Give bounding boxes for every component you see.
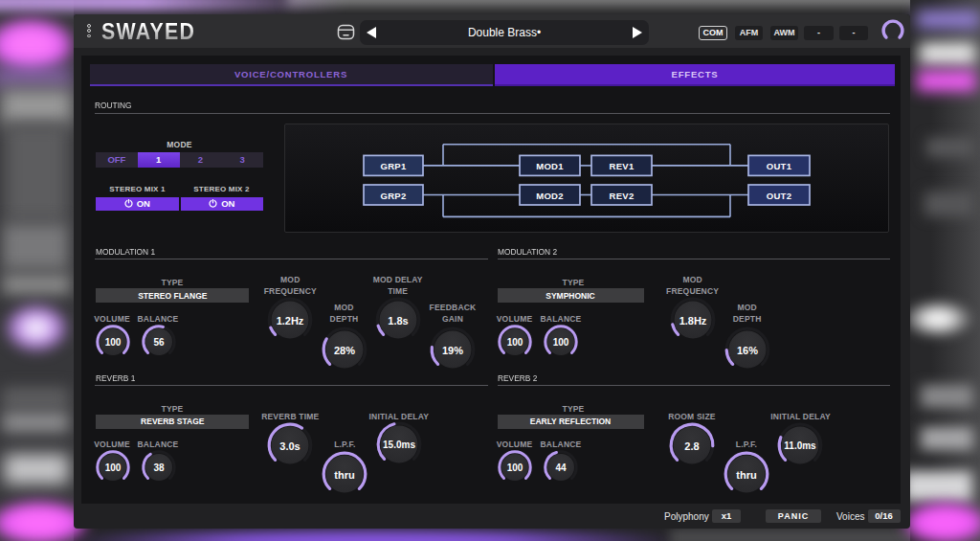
svg-text:11.0ms: 11.0ms [784,440,816,451]
svg-text:19%: 19% [442,344,463,355]
svg-text:GRP2: GRP2 [380,190,406,200]
svg-text:MOD1: MOD1 [536,160,564,170]
svg-text:100: 100 [553,337,569,348]
svg-text:1.8s: 1.8s [388,314,408,326]
svg-text:OUT2: OUT2 [766,190,791,200]
svg-text:thru: thru [736,468,756,480]
svg-text:3.0s: 3.0s [279,440,300,452]
svg-text:GRP1: GRP1 [380,160,406,170]
svg-text:2.8: 2.8 [684,440,699,451]
svg-text:28%: 28% [333,344,354,355]
svg-text:1.2Hz: 1.2Hz [277,314,304,326]
svg-text:1.8Hz: 1.8Hz [679,315,706,327]
svg-text:15.0ms: 15.0ms [383,440,415,450]
svg-text:MOD2: MOD2 [536,190,564,200]
svg-text:REV1: REV1 [609,160,634,170]
svg-text:100: 100 [507,337,523,348]
svg-text:REV2: REV2 [609,190,634,200]
svg-text:56: 56 [153,337,165,348]
svg-text:thru: thru [335,468,355,480]
svg-text:OUT1: OUT1 [766,160,791,170]
svg-text:44: 44 [556,462,568,473]
svg-text:100: 100 [105,337,122,348]
svg-text:38: 38 [153,462,165,473]
svg-text:100: 100 [507,462,523,473]
svg-text:100: 100 [105,462,122,473]
svg-text:16%: 16% [737,345,758,356]
